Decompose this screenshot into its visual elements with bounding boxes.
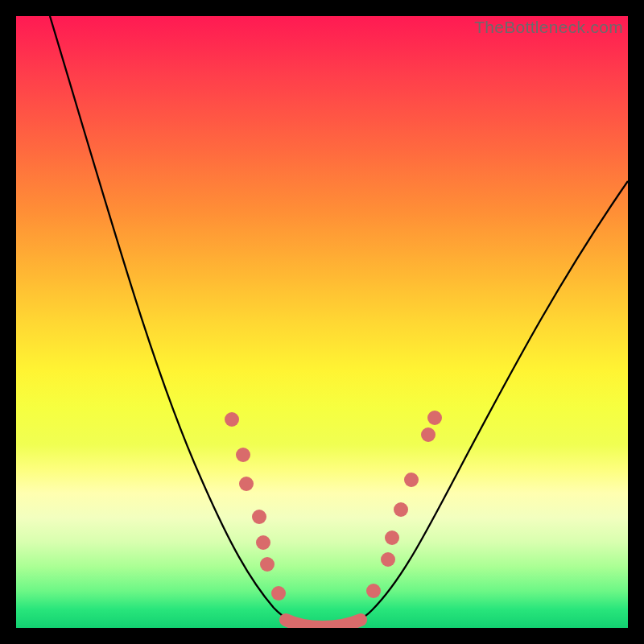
bottleneck-curve bbox=[50, 16, 628, 628]
dot bbox=[256, 535, 270, 550]
dot bbox=[271, 586, 286, 601]
chart-svg bbox=[16, 16, 628, 628]
dot bbox=[260, 557, 275, 572]
chart-frame: TheBottleneck.com bbox=[16, 16, 628, 628]
dot bbox=[394, 502, 408, 517]
dot bbox=[404, 473, 419, 487]
dot bbox=[381, 552, 395, 567]
dot bbox=[421, 427, 436, 442]
dots-left bbox=[225, 412, 286, 601]
dot bbox=[252, 510, 266, 524]
dot bbox=[385, 530, 399, 545]
dot bbox=[427, 411, 442, 425]
dot bbox=[236, 448, 250, 462]
watermark-text: TheBottleneck.com bbox=[474, 18, 623, 37]
dot bbox=[225, 412, 239, 427]
dot bbox=[366, 584, 381, 598]
highlight-band bbox=[286, 620, 361, 627]
dot bbox=[239, 477, 254, 491]
